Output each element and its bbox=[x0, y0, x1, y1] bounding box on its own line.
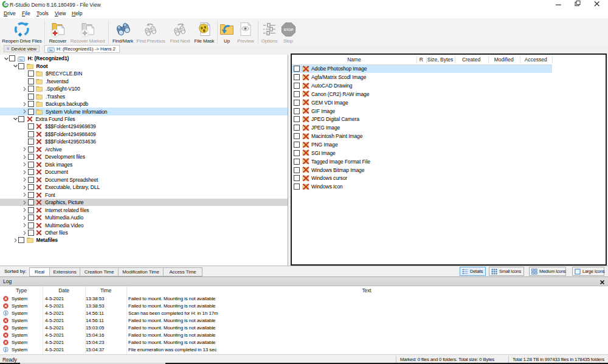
svg-text:Rec: Rec bbox=[49, 49, 53, 52]
svg-text:STOP: STOP bbox=[283, 27, 293, 31]
svg-text:Rec: Rec bbox=[19, 59, 22, 61]
